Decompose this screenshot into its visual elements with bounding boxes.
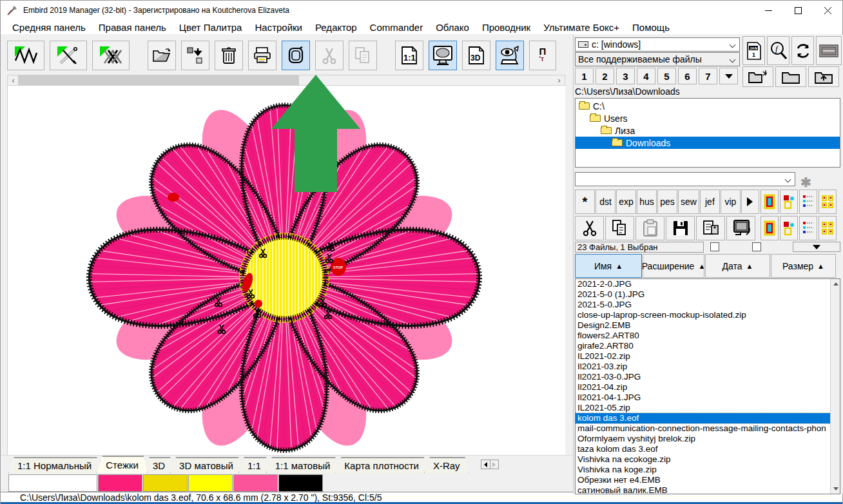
menu-item--[interactable]: Правая панель <box>92 21 173 34</box>
tab-3d-[interactable]: 3D матовый <box>170 457 242 473</box>
hoop-view-mini-button[interactable] <box>761 189 779 214</box>
quick-folder-1[interactable]: 1 <box>575 68 594 84</box>
checkbox-1[interactable] <box>710 242 719 251</box>
file-row[interactable]: mail-communication-connection-message-ma… <box>576 423 840 434</box>
file-row[interactable]: flowers2.ART80 <box>576 331 840 341</box>
quick-folder-7[interactable]: 7 <box>699 68 717 84</box>
file-row[interactable]: Обрезки нет е4.EMB <box>576 475 840 485</box>
format-jef-button[interactable]: jef <box>700 189 720 214</box>
design-canvas[interactable] <box>7 86 565 455</box>
partial-toolbar-button[interactable]: П 'т <box>529 41 556 70</box>
menu-item--[interactable]: Цвет Палитра <box>173 21 249 34</box>
palette-swatch-3[interactable] <box>188 474 233 492</box>
tab--[interactable]: Стежки <box>97 456 148 473</box>
palette-swatch-2[interactable] <box>143 474 188 492</box>
file-row[interactable]: IL2021-05.zip <box>576 403 840 413</box>
file-row[interactable]: Vishivka na ecokoge.zip <box>576 454 840 465</box>
format-all-button[interactable]: * <box>575 189 595 214</box>
tree-item-[interactable]: Лиза <box>576 124 840 137</box>
minimize-button[interactable] <box>753 1 783 20</box>
menu-item--[interactable]: Средняя панель <box>6 21 92 34</box>
zoom-1-1-button[interactable]: 1:1 <box>395 41 423 70</box>
palette-swatch-5[interactable] <box>278 474 323 492</box>
tree-item-downloads[interactable]: Downloads <box>576 137 840 149</box>
parent-folder-button[interactable] <box>808 66 839 87</box>
tab-3d[interactable]: 3D <box>144 457 174 473</box>
maximize-button[interactable] <box>783 1 813 20</box>
file-row[interactable]: close-up-laprop-screen-mockup-isolated.z… <box>576 310 840 320</box>
refresh-button[interactable] <box>791 36 814 65</box>
quick-folder-5[interactable]: 5 <box>657 68 676 84</box>
paste-to-design-button[interactable] <box>696 216 725 240</box>
format-dst-button[interactable]: dst <box>596 189 615 214</box>
tree-item-c[interactable]: C:\ <box>576 100 840 112</box>
checkbox-2[interactable] <box>752 242 761 251</box>
quick-folder-2[interactable]: 2 <box>596 68 614 84</box>
small-icons-mini-button-2[interactable] <box>780 216 798 240</box>
fit-screen-button[interactable] <box>429 41 457 70</box>
large-icons-mini-button-2[interactable] <box>819 216 837 240</box>
drive-selector[interactable]: c: [windows] <box>575 37 740 52</box>
sort-by-name-button[interactable]: Имя▲ <box>575 254 642 278</box>
palette-swatch-4[interactable] <box>233 474 278 492</box>
file-row[interactable]: taza kolom das 3.eof <box>576 444 840 454</box>
menu-item--[interactable]: Ультимате Бокс+ <box>537 21 626 34</box>
file-list-scrollbar[interactable] <box>830 279 840 494</box>
save-file-button[interactable] <box>666 216 695 240</box>
open-folder-button[interactable] <box>148 41 176 70</box>
menu-item--[interactable]: Облако <box>429 21 476 34</box>
print-button[interactable] <box>248 41 276 70</box>
format-exp-button[interactable]: exp <box>616 189 636 214</box>
close-button[interactable] <box>813 1 842 20</box>
select-folder-button[interactable] <box>775 66 806 87</box>
file-row[interactable]: kolom das 3.eof <box>576 413 840 423</box>
hoop-view-mini-button-2[interactable] <box>761 216 779 240</box>
hoop-view-button[interactable] <box>282 41 310 70</box>
list-view-mini-button[interactable] <box>799 189 817 214</box>
sort-by-date-button[interactable]: JAN 1 <box>742 36 765 65</box>
file-row[interactable]: Il2021-03-0.JPG <box>576 372 840 382</box>
menu-item--[interactable]: Проводник <box>476 21 537 34</box>
quick-folder-6[interactable]: 6 <box>678 68 697 84</box>
tab-scroll-right-button[interactable] <box>490 460 498 469</box>
simulate-sewing-button[interactable] <box>496 41 524 70</box>
new-folder-button[interactable] <box>742 66 773 87</box>
copy-files-button[interactable] <box>605 216 634 240</box>
hscroll-left-arrow[interactable]: ‹ <box>8 75 19 85</box>
paste-files-button[interactable] <box>635 216 664 240</box>
file-row[interactable]: Oformlyaem vyshityj brelok.zip <box>576 434 840 444</box>
file-row[interactable]: сатиновый валик.EMB <box>576 485 840 494</box>
format-sew-button[interactable]: sew <box>678 189 699 214</box>
cut-button[interactable] <box>315 41 344 70</box>
file-filter-selector[interactable]: Все поддерживаемые файлы <box>575 52 740 66</box>
tab-1-1[interactable]: 1:1 <box>238 457 270 473</box>
tab-scroll-left-button[interactable] <box>481 460 490 469</box>
edit-stitches-button[interactable] <box>50 41 87 70</box>
more-options-button[interactable] <box>793 242 840 252</box>
toggle-panel-button[interactable] <box>816 36 842 65</box>
tab-1-1-[interactable]: 1:1 матовый <box>266 457 340 473</box>
menu-item--[interactable]: Редактор <box>309 21 363 34</box>
canvas-hscrollbar[interactable]: ‹ › <box>7 75 565 86</box>
delete-stitches-button[interactable] <box>92 41 130 70</box>
tab-x-ray[interactable]: X-Ray <box>424 457 469 473</box>
quick-folder-3[interactable]: 3 <box>616 68 635 84</box>
file-row[interactable]: Il2021-04-1.JPG <box>576 393 840 403</box>
sort-by-date-button[interactable]: Дата▲ <box>705 254 770 278</box>
menu-item--[interactable]: Помощь <box>626 21 676 34</box>
sort-by-extension-button[interactable]: Расширение▲ <box>643 254 704 278</box>
large-icons-mini-button[interactable] <box>819 189 837 214</box>
menu-item-commander[interactable]: Commander <box>363 21 430 34</box>
file-row[interactable]: 2021-2-0.JPG <box>576 279 840 289</box>
file-row[interactable]: girafe2.ART80 <box>576 341 840 351</box>
cut-files-button[interactable] <box>575 216 604 240</box>
menu-item--[interactable]: Настройки <box>248 21 309 34</box>
file-row[interactable]: Vishivka na koge.zip <box>576 465 840 475</box>
show-stitches-button[interactable] <box>7 41 44 70</box>
quick-folder-more-button[interactable] <box>719 68 738 84</box>
format-hus-button[interactable]: hus <box>637 189 657 214</box>
format-pes-button[interactable]: pes <box>657 189 677 214</box>
list-view-mini-button-2[interactable] <box>799 216 817 240</box>
file-row[interactable]: Il2021-03.zip <box>576 362 840 372</box>
quick-folder-4[interactable]: 4 <box>637 68 655 84</box>
